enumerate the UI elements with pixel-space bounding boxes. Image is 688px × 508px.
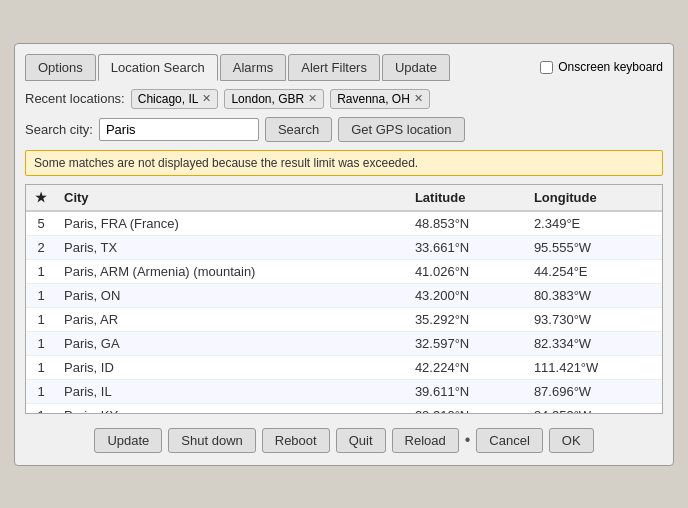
dot-separator: • xyxy=(465,432,471,448)
onscreen-keyboard-label: Onscreen keyboard xyxy=(558,60,663,74)
cell-longitude: 111.421°W xyxy=(526,355,662,379)
onscreen-keyboard-section: Onscreen keyboard xyxy=(540,60,663,74)
cell-longitude: 84.253°W xyxy=(526,403,662,414)
table-row[interactable]: 1Paris, AR35.292°N93.730°W xyxy=(26,307,662,331)
cell-city: Paris, GA xyxy=(56,331,407,355)
cell-star: 1 xyxy=(26,331,56,355)
search-city-label: Search city: xyxy=(25,122,93,137)
tab-options[interactable]: Options xyxy=(25,54,96,81)
location-tag-london: London, GBR ✕ xyxy=(224,89,324,109)
tab-alarms[interactable]: Alarms xyxy=(220,54,286,81)
cell-latitude: 33.661°N xyxy=(407,235,526,259)
col-longitude: Longitude xyxy=(526,185,662,211)
cell-star: 5 xyxy=(26,211,56,236)
col-star: ★ xyxy=(26,185,56,211)
recent-locations-row: Recent locations: Chicago, IL ✕ London, … xyxy=(25,89,663,109)
cell-city: Paris, ID xyxy=(56,355,407,379)
tab-update[interactable]: Update xyxy=(382,54,450,81)
cell-latitude: 43.200°N xyxy=(407,283,526,307)
table-row[interactable]: 2Paris, TX33.661°N95.555°W xyxy=(26,235,662,259)
cell-star: 1 xyxy=(26,307,56,331)
table-row[interactable]: 5Paris, FRA (France)48.853°N2.349°E xyxy=(26,211,662,236)
cell-latitude: 38.210°N xyxy=(407,403,526,414)
location-tag-ravenna-text: Ravenna, OH xyxy=(337,92,410,106)
table-row[interactable]: 1Paris, KY38.210°N84.253°W xyxy=(26,403,662,414)
table-row[interactable]: 1Paris, ON43.200°N80.383°W xyxy=(26,283,662,307)
cell-city: Paris, AR xyxy=(56,307,407,331)
cell-latitude: 32.597°N xyxy=(407,331,526,355)
location-tag-chicago-text: Chicago, IL xyxy=(138,92,199,106)
search-input[interactable] xyxy=(99,118,259,141)
cell-city: Paris, TX xyxy=(56,235,407,259)
cell-city: Paris, KY xyxy=(56,403,407,414)
location-tag-ravenna: Ravenna, OH ✕ xyxy=(330,89,430,109)
cell-longitude: 44.254°E xyxy=(526,259,662,283)
cell-star: 1 xyxy=(26,283,56,307)
cell-city: Paris, ARM (Armenia) (mountain) xyxy=(56,259,407,283)
cell-latitude: 42.224°N xyxy=(407,355,526,379)
cell-star: 1 xyxy=(26,403,56,414)
onscreen-keyboard-checkbox[interactable] xyxy=(540,61,553,74)
cell-city: Paris, ON xyxy=(56,283,407,307)
ok-button[interactable]: OK xyxy=(549,428,594,453)
cell-longitude: 80.383°W xyxy=(526,283,662,307)
cell-city: Paris, FRA (France) xyxy=(56,211,407,236)
tab-bar: Options Location Search Alarms Alert Fil… xyxy=(25,54,450,81)
results-container[interactable]: ★ City Latitude Longitude 5Paris, FRA (F… xyxy=(25,184,663,414)
cell-longitude: 93.730°W xyxy=(526,307,662,331)
cell-longitude: 82.334°W xyxy=(526,331,662,355)
recent-locations-label: Recent locations: xyxy=(25,91,125,106)
get-gps-button[interactable]: Get GPS location xyxy=(338,117,464,142)
cell-star: 1 xyxy=(26,379,56,403)
quit-button[interactable]: Quit xyxy=(336,428,386,453)
location-tag-chicago-close[interactable]: ✕ xyxy=(202,93,211,104)
cell-star: 1 xyxy=(26,355,56,379)
bottom-bar: Update Shut down Reboot Quit Reload • Ca… xyxy=(25,422,663,455)
cell-latitude: 35.292°N xyxy=(407,307,526,331)
cell-longitude: 87.696°W xyxy=(526,379,662,403)
shutdown-button[interactable]: Shut down xyxy=(168,428,255,453)
location-tag-chicago: Chicago, IL ✕ xyxy=(131,89,219,109)
table-row[interactable]: 1Paris, IL39.611°N87.696°W xyxy=(26,379,662,403)
location-tag-london-close[interactable]: ✕ xyxy=(308,93,317,104)
reload-button[interactable]: Reload xyxy=(392,428,459,453)
table-row[interactable]: 1Paris, ID42.224°N111.421°W xyxy=(26,355,662,379)
cell-latitude: 48.853°N xyxy=(407,211,526,236)
search-button[interactable]: Search xyxy=(265,117,332,142)
cell-longitude: 2.349°E xyxy=(526,211,662,236)
main-window: Options Location Search Alarms Alert Fil… xyxy=(14,43,674,466)
table-row[interactable]: 1Paris, ARM (Armenia) (mountain)41.026°N… xyxy=(26,259,662,283)
update-button[interactable]: Update xyxy=(94,428,162,453)
reboot-button[interactable]: Reboot xyxy=(262,428,330,453)
cell-longitude: 95.555°W xyxy=(526,235,662,259)
search-row: Search city: Search Get GPS location xyxy=(25,117,663,142)
location-tag-london-text: London, GBR xyxy=(231,92,304,106)
table-row[interactable]: 1Paris, GA32.597°N82.334°W xyxy=(26,331,662,355)
cell-star: 1 xyxy=(26,259,56,283)
cell-city: Paris, IL xyxy=(56,379,407,403)
cancel-button[interactable]: Cancel xyxy=(476,428,542,453)
location-tag-ravenna-close[interactable]: ✕ xyxy=(414,93,423,104)
cell-latitude: 41.026°N xyxy=(407,259,526,283)
tab-alert-filters[interactable]: Alert Filters xyxy=(288,54,380,81)
col-latitude: Latitude xyxy=(407,185,526,211)
cell-latitude: 39.611°N xyxy=(407,379,526,403)
tab-location-search[interactable]: Location Search xyxy=(98,54,218,81)
table-header-row: ★ City Latitude Longitude xyxy=(26,185,662,211)
col-city: City xyxy=(56,185,407,211)
warning-message: Some matches are not displayed because t… xyxy=(25,150,663,176)
cell-star: 2 xyxy=(26,235,56,259)
results-table: ★ City Latitude Longitude 5Paris, FRA (F… xyxy=(26,185,662,414)
top-bar: Options Location Search Alarms Alert Fil… xyxy=(25,54,663,81)
